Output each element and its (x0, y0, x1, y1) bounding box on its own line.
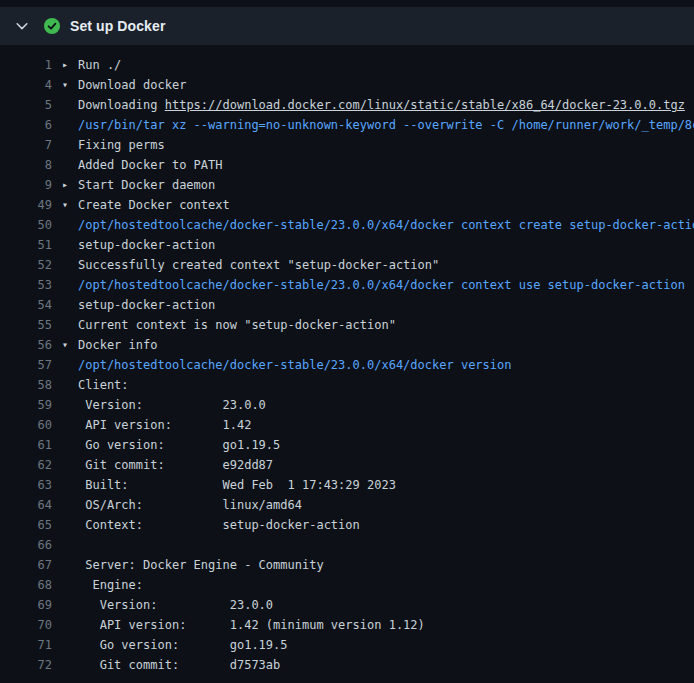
line-number[interactable]: 63 (0, 475, 52, 495)
log-text: Go version: go1.19.5 (78, 435, 694, 455)
line-number[interactable]: 5 (0, 95, 52, 115)
log-line: 67 Server: Docker Engine - Community (0, 555, 694, 575)
arrow-slot (52, 375, 78, 395)
log-text: /opt/hostedtoolcache/docker-stable/23.0.… (78, 275, 694, 295)
log-text-segment: Built: Wed Feb 1 17:43:29 2023 (78, 478, 396, 492)
line-number[interactable]: 6 (0, 115, 52, 135)
line-number[interactable]: 65 (0, 515, 52, 535)
line-number[interactable]: 58 (0, 375, 52, 395)
step-header[interactable]: Set up Docker (0, 7, 694, 45)
log-text: Docker info (78, 335, 694, 355)
log-text: API version: 1.42 (minimum version 1.12) (78, 615, 694, 635)
line-number[interactable]: 57 (0, 355, 52, 375)
line-number[interactable]: 9 (0, 175, 52, 195)
arrow-slot (52, 255, 78, 275)
line-number[interactable]: 72 (0, 655, 52, 675)
line-number[interactable]: 54 (0, 295, 52, 315)
arrow-slot (52, 535, 78, 555)
log-text-segment: Docker info (78, 338, 157, 352)
log-text-segment: Go version: go1.19.5 (78, 638, 288, 652)
line-number[interactable]: 60 (0, 415, 52, 435)
line-number[interactable]: 67 (0, 555, 52, 575)
log-text-segment: Server: Docker Engine - Community (78, 558, 324, 572)
group-collapsed-icon[interactable]: ▸ (52, 55, 78, 75)
line-number[interactable]: 70 (0, 615, 52, 635)
line-number[interactable]: 66 (0, 535, 52, 555)
arrow-slot (52, 275, 78, 295)
log-line[interactable]: 56▾Docker info (0, 335, 694, 355)
arrow-slot (52, 215, 78, 235)
line-number[interactable]: 69 (0, 595, 52, 615)
arrow-slot (52, 415, 78, 435)
line-number[interactable]: 8 (0, 155, 52, 175)
log-line: 59 Version: 23.0.0 (0, 395, 694, 415)
line-number[interactable]: 55 (0, 315, 52, 335)
log-text: OS/Arch: linux/amd64 (78, 495, 694, 515)
arrow-slot (52, 635, 78, 655)
arrow-slot (52, 355, 78, 375)
line-number[interactable]: 51 (0, 235, 52, 255)
success-check-icon (44, 18, 60, 34)
line-number[interactable]: 52 (0, 255, 52, 275)
log-text: Client: (78, 375, 694, 395)
group-expanded-icon[interactable]: ▾ (52, 335, 78, 355)
line-number[interactable]: 62 (0, 455, 52, 475)
log-line: 66 (0, 535, 694, 555)
arrow-slot (52, 435, 78, 455)
arrow-slot (52, 595, 78, 615)
log-text-segment: Engine: (78, 578, 143, 592)
log-line[interactable]: 1▸Run ./ (0, 55, 694, 75)
line-number[interactable]: 61 (0, 435, 52, 455)
log-text (78, 535, 694, 555)
line-number[interactable]: 68 (0, 575, 52, 595)
line-number[interactable]: 7 (0, 135, 52, 155)
line-number[interactable]: 50 (0, 215, 52, 235)
log-text-segment: Fixing perms (78, 138, 165, 152)
arrow-slot (52, 135, 78, 155)
log-text: Git commit: d7573ab (78, 655, 694, 675)
log-text: /opt/hostedtoolcache/docker-stable/23.0.… (78, 355, 694, 375)
log-text-segment: API version: 1.42 (78, 418, 251, 432)
workflow-log-panel: Set up Docker 1▸Run ./4▾Download docker5… (0, 7, 694, 683)
log-line[interactable]: 49▾Create Docker context (0, 195, 694, 215)
log-text: Engine: (78, 575, 694, 595)
log-lines: 1▸Run ./4▾Download docker5Downloading ht… (0, 45, 694, 675)
line-number[interactable]: 71 (0, 635, 52, 655)
log-line: 65 Context: setup-docker-action (0, 515, 694, 535)
group-expanded-icon[interactable]: ▾ (52, 195, 78, 215)
log-text: setup-docker-action (78, 235, 694, 255)
log-line[interactable]: 4▾Download docker (0, 75, 694, 95)
log-line: 51setup-docker-action (0, 235, 694, 255)
arrow-slot (52, 575, 78, 595)
log-text-segment: setup-docker-action (78, 238, 215, 252)
log-line[interactable]: 9▸Start Docker daemon (0, 175, 694, 195)
log-line: 5Downloading https://download.docker.com… (0, 95, 694, 115)
line-number[interactable]: 4 (0, 75, 52, 95)
log-line: 71 Go version: go1.19.5 (0, 635, 694, 655)
log-text: Built: Wed Feb 1 17:43:29 2023 (78, 475, 694, 495)
log-link[interactable]: https://download.docker.com/linux/static… (165, 98, 685, 112)
log-line: 54setup-docker-action (0, 295, 694, 315)
arrow-slot (52, 235, 78, 255)
line-number[interactable]: 59 (0, 395, 52, 415)
arrow-slot (52, 655, 78, 675)
line-number[interactable]: 56 (0, 335, 52, 355)
log-text-segment: Run ./ (78, 58, 121, 72)
log-text: Downloading https://download.docker.com/… (78, 95, 694, 115)
log-text-segment: Start Docker daemon (78, 178, 215, 192)
line-number[interactable]: 49 (0, 195, 52, 215)
group-expanded-icon[interactable]: ▾ (52, 75, 78, 95)
log-text-segment: Version: 23.0.0 (78, 398, 266, 412)
log-text-segment: Current context is now "setup-docker-act… (78, 318, 396, 332)
arrow-slot (52, 455, 78, 475)
step-title: Set up Docker (70, 18, 165, 34)
log-line: 64 OS/Arch: linux/amd64 (0, 495, 694, 515)
log-line: 53/opt/hostedtoolcache/docker-stable/23.… (0, 275, 694, 295)
log-text: Start Docker daemon (78, 175, 694, 195)
chevron-down-icon[interactable] (14, 18, 30, 34)
log-text: Version: 23.0.0 (78, 395, 694, 415)
group-collapsed-icon[interactable]: ▸ (52, 175, 78, 195)
line-number[interactable]: 1 (0, 55, 52, 75)
line-number[interactable]: 53 (0, 275, 52, 295)
line-number[interactable]: 64 (0, 495, 52, 515)
